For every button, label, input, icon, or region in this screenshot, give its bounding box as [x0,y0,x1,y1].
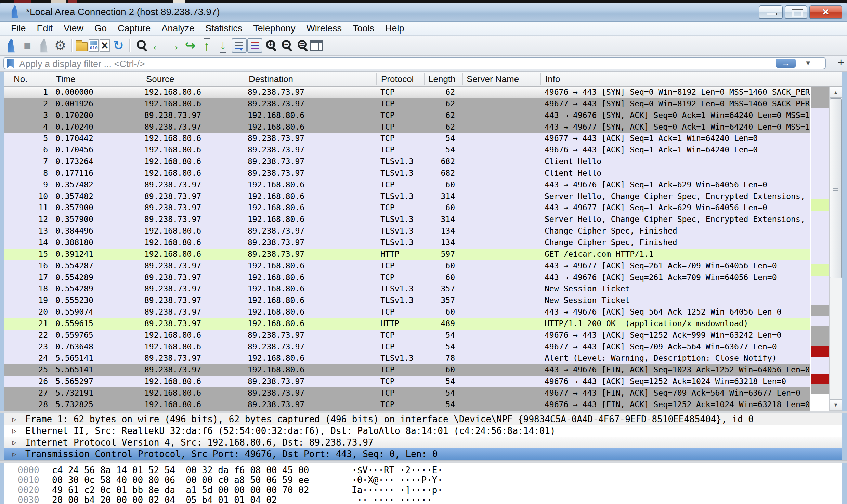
column-separator[interactable] [52,73,52,85]
detail-line-3[interactable]: ▷Internet Protocol Version 4, Src: 192.1… [4,437,842,448]
menu-item-wireless[interactable]: Wireless [301,22,347,35]
column-separator[interactable] [424,73,425,85]
packet-row-23[interactable]: 230.763648192.168.80.689.238.73.97TCP544… [4,341,810,353]
packet-row-9[interactable]: 90.35748289.238.73.97192.168.80.6TCP6044… [4,179,810,191]
hex-line-0010[interactable]: 001000 30 0c 58 40 00 80 06 00 00 c0 a8 … [4,475,842,485]
packet-list-scrollbar[interactable]: ▲ ▼ [829,87,842,411]
column-header-no[interactable]: No. [14,74,27,84]
packet-row-15[interactable]: 150.391241192.168.80.689.238.73.97HTTP59… [4,249,810,260]
zoom-out-icon[interactable] [282,40,291,49]
go-to-packet-icon[interactable] [182,38,198,53]
close-button[interactable] [809,5,842,19]
packet-row-19[interactable]: 190.55523089.238.73.97192.168.80.6TLSv1.… [4,295,810,306]
reload-file-icon[interactable] [110,38,126,53]
apply-filter-button[interactable] [776,59,796,68]
menu-item-statistics[interactable]: Statistics [200,22,248,35]
scroll-up-icon[interactable]: ▲ [830,87,842,98]
packet-row-16[interactable]: 160.55428789.238.73.97192.168.80.6TCP604… [4,260,810,272]
menu-item-tools[interactable]: Tools [347,22,380,35]
column-separator[interactable] [376,73,377,85]
detail-line-4[interactable]: ▷Transmission Control Protocol, Src Port… [4,448,842,460]
menu-item-go[interactable]: Go [89,22,112,35]
column-separator[interactable] [810,73,810,85]
column-header-source[interactable]: Source [146,74,174,84]
title-bar[interactable]: *Local Area Connection 2 (host 89.238.73… [0,3,847,22]
packet-row-8[interactable]: 80.177116192.168.80.689.238.73.97TLSv1.3… [4,168,810,179]
packet-row-22[interactable]: 220.559765192.168.80.689.238.73.97TCP544… [4,330,810,341]
column-separator[interactable] [462,73,463,85]
packet-row-25[interactable]: 255.56514189.238.73.97192.168.80.6TCP604… [4,364,810,376]
packet-row-17[interactable]: 170.55428989.238.73.97192.168.80.6TCP604… [4,272,810,283]
pane-splitter[interactable] [0,411,847,413]
start-capture-icon[interactable] [6,38,16,53]
packet-row-24[interactable]: 245.56514189.238.73.97192.168.80.6TLSv1.… [4,353,810,364]
packet-row-18[interactable]: 180.55428989.238.73.97192.168.80.6TLSv1.… [4,283,810,295]
zoom-reset-icon[interactable] [298,40,307,49]
hex-line-0030[interactable]: 003020 00 b4 20 00 00 02 04 05 b4 01 01 … [4,495,842,504]
menu-item-help[interactable]: Help [380,22,410,35]
menu-item-capture[interactable]: Capture [112,22,156,35]
add-filter-button[interactable]: + [837,56,844,69]
packet-row-28[interactable]: 285.732825192.168.80.689.238.73.97TCP544… [4,399,810,411]
packet-row-14[interactable]: 140.388180192.168.80.689.238.73.97TLSv1.… [4,237,810,249]
packet-row-6[interactable]: 60.170456192.168.80.689.238.73.97TCP5449… [4,144,810,156]
restart-capture-icon[interactable] [39,38,49,53]
intelligent-scrollbar-minimap[interactable] [811,87,829,411]
column-header-info[interactable]: Info [545,74,560,84]
column-header-protocol[interactable]: Protocol [381,74,414,84]
packet-row-11[interactable]: 110.35790089.238.73.97192.168.80.6TCP604… [4,202,810,214]
packet-row-20[interactable]: 200.55907489.238.73.97192.168.80.6TCP604… [4,306,810,318]
packet-row-1[interactable]: 10.000000192.168.80.689.238.73.97TCP6249… [4,87,810,98]
detail-line-2[interactable]: ▷Ethernet II, Src: RealtekU_32:da:f6 (52… [4,425,842,437]
scroll-down-icon[interactable]: ▼ [830,399,842,410]
column-header-server-name[interactable]: Server Name [467,74,519,84]
column-header-length[interactable]: Length [428,74,456,84]
colorize-icon[interactable] [247,38,262,53]
packet-row-12[interactable]: 120.35790089.238.73.97192.168.80.6TLSv1.… [4,214,810,225]
go-forward-icon[interactable] [166,38,182,53]
column-separator[interactable] [540,73,541,85]
expand-arrow-icon[interactable]: ▷ [12,437,16,448]
detail-line-1[interactable]: ▷Frame 1: 62 bytes on wire (496 bits), 6… [4,413,842,425]
packet-row-21[interactable]: 210.55961589.238.73.97192.168.80.6HTTP48… [4,318,810,330]
open-file-icon[interactable] [76,42,88,51]
packet-row-4[interactable]: 40.17024089.238.73.97192.168.80.6TCP6244… [4,121,810,133]
filter-dropdown-icon[interactable]: ▼ [805,59,811,67]
save-file-icon[interactable] [89,39,99,52]
hex-line-0000[interactable]: 0000c4 24 56 8a 14 01 52 54 00 32 da f6 … [4,465,842,475]
resize-columns-icon[interactable] [310,40,323,51]
menu-item-file[interactable]: File [5,22,31,35]
menu-item-edit[interactable]: Edit [31,22,58,35]
packet-row-7[interactable]: 70.173264192.168.80.689.238.73.97TLSv1.3… [4,156,810,168]
packet-row-10[interactable]: 100.35748289.238.73.97192.168.80.6TLSv1.… [4,191,810,202]
go-to-top-icon[interactable] [199,38,214,53]
packet-row-2[interactable]: 20.001926192.168.80.689.238.73.97TCP6249… [4,98,810,110]
pane-splitter[interactable] [0,460,847,463]
packet-row-27[interactable]: 275.732191192.168.80.689.238.73.97TCP544… [4,387,810,399]
packet-row-3[interactable]: 30.17020089.238.73.97192.168.80.6TCP6244… [4,110,810,121]
scrollbar-thumb[interactable] [830,98,842,278]
packet-row-26[interactable]: 265.565297192.168.80.689.238.73.97TCP544… [4,376,810,387]
minimize-button[interactable] [759,5,783,19]
menu-item-telephony[interactable]: Telephony [248,22,301,35]
packet-row-5[interactable]: 50.170442192.168.80.689.238.73.97TCP5449… [4,133,810,144]
go-to-bottom-icon[interactable] [215,38,231,53]
go-back-icon[interactable] [149,38,165,53]
menu-item-analyze[interactable]: Analyze [156,22,200,35]
column-separator[interactable] [244,73,244,85]
menu-item-view[interactable]: View [58,22,89,35]
display-filter-input[interactable]: Apply a display filter ... <Ctrl-/> ▼ [3,57,826,69]
column-separator[interactable] [141,73,141,85]
stop-capture-icon[interactable] [19,38,35,53]
expand-arrow-icon[interactable]: ▷ [12,413,16,425]
expand-arrow-icon[interactable]: ▷ [12,448,16,460]
column-header-time[interactable]: Time [56,74,76,84]
hex-line-0020[interactable]: 002049 61 c2 0c 01 bb 8e da a1 5d 00 00 … [4,485,842,495]
expand-arrow-icon[interactable]: ▷ [12,425,16,437]
zoom-in-icon[interactable] [266,40,275,49]
find-packet-icon[interactable] [137,40,146,49]
capture-options-icon[interactable] [52,38,68,53]
filter-bookmark-icon[interactable] [7,59,14,68]
maximize-button[interactable] [785,5,807,19]
close-file-icon[interactable] [100,39,110,52]
